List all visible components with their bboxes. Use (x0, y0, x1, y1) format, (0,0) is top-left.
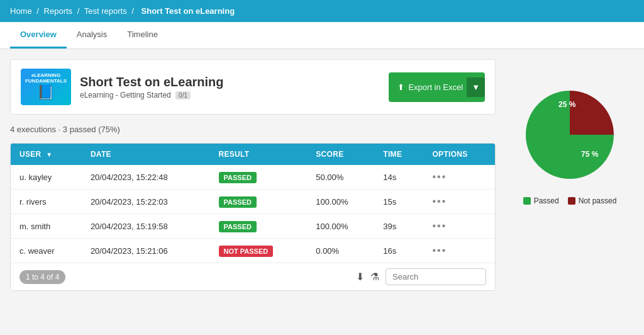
cell-result: PASSED (210, 190, 308, 214)
breadcrumb-current: Short Test on eLearning (142, 6, 235, 16)
filter-button[interactable]: ⚗ (370, 271, 379, 283)
cell-score: 50.00% (307, 165, 374, 190)
tab-bar: Overview Analysis Timeline (0, 22, 644, 49)
right-panel: 25 % 75 % Passed Not passed (496, 59, 634, 324)
cell-score: 100.00% (307, 214, 374, 239)
course-info: eLEARNINGFUNDAMENTALS 📘 Short Test on eL… (21, 69, 224, 105)
tab-timeline[interactable]: Timeline (117, 22, 168, 48)
pie-svg: 25 % 75 % (519, 84, 620, 185)
cell-time: 15s (374, 190, 423, 214)
cell-date: 20/04/2023, 15:19:58 (82, 214, 210, 239)
passed-label: Passed (534, 196, 559, 205)
course-details: Short Test on eLearning eLearning - Gett… (80, 75, 224, 99)
table-row: c. weaver 20/04/2023, 15:21:06 NOT PASSE… (11, 239, 495, 263)
breadcrumb: Home / Reports / Test reports / Short Te… (10, 6, 634, 16)
cell-score: 0.00% (307, 239, 374, 263)
cell-time: 14s (374, 165, 423, 190)
table-row: m. smith 20/04/2023, 15:19:58 PASSED 100… (11, 214, 495, 239)
main-content: eLEARNINGFUNDAMENTALS 📘 Short Test on eL… (0, 49, 644, 334)
legend-passed: Passed (523, 196, 559, 205)
cell-date: 20/04/2023, 15:22:48 (82, 165, 210, 190)
cell-time: 16s (374, 239, 423, 263)
col-user[interactable]: USER ▼ (11, 144, 82, 165)
not-passed-dot (568, 197, 575, 205)
pie-chart: 25 % 75 % (519, 84, 620, 185)
breadcrumb-reports[interactable]: Reports (44, 6, 73, 16)
export-dropdown-arrow[interactable]: ▼ (467, 77, 485, 97)
export-area: ⬆ Export in Excel ▼ (389, 72, 485, 102)
sort-icon: ▼ (46, 151, 52, 158)
options-menu[interactable]: ••• (432, 220, 447, 231)
export-icon: ⬆ (397, 82, 404, 92)
col-time: TIME (374, 144, 423, 165)
course-thumbnail: eLEARNINGFUNDAMENTALS 📘 (21, 69, 71, 105)
cell-options[interactable]: ••• (423, 214, 495, 239)
cell-user: m. smith (11, 214, 82, 239)
cell-user: r. rivers (11, 190, 82, 214)
result-badge-passed: PASSED (219, 172, 257, 183)
course-badge: 0/1 (175, 91, 191, 99)
table-row: u. kayley 20/04/2023, 15:22:48 PASSED 50… (11, 165, 495, 190)
passed-dot (523, 197, 531, 205)
result-badge-passed: PASSED (219, 196, 257, 208)
col-date: DATE (82, 144, 210, 165)
download-button[interactable]: ⬇ (356, 271, 364, 283)
left-panel: eLEARNINGFUNDAMENTALS 📘 Short Test on eL… (10, 59, 496, 324)
options-menu[interactable]: ••• (432, 196, 447, 207)
tab-overview[interactable]: Overview (10, 22, 67, 48)
header: Home / Reports / Test reports / Short Te… (0, 0, 644, 22)
pagination-badge: 1 to 4 of 4 (19, 270, 65, 284)
book-icon: 📘 (37, 84, 54, 101)
table-header-row: USER ▼ DATE RESULT SCORE TIME OPTIONS (11, 144, 495, 165)
not-passed-label: Not passed (579, 196, 617, 205)
chart-legend: Passed Not passed (523, 196, 617, 205)
cell-result: PASSED (210, 165, 308, 190)
cell-score: 100.00% (307, 190, 374, 214)
tab-analysis[interactable]: Analysis (67, 22, 117, 48)
breadcrumb-test-reports[interactable]: Test reports (84, 6, 127, 16)
col-score: SCORE (307, 144, 374, 165)
cell-options[interactable]: ••• (423, 190, 495, 214)
stats-line: 4 executions · 3 passed (75%) (10, 122, 496, 137)
result-badge-passed: PASSED (219, 221, 257, 232)
breadcrumb-home[interactable]: Home (10, 6, 32, 16)
svg-text:75 %: 75 % (581, 150, 599, 159)
cell-date: 20/04/2023, 15:21:06 (82, 239, 210, 263)
course-subtitle: eLearning - Getting Started 0/1 (80, 91, 224, 99)
col-options: OPTIONS (423, 144, 495, 165)
result-badge-not-passed: NOT PASSED (219, 246, 274, 257)
cell-options[interactable]: ••• (423, 165, 495, 190)
legend-not-passed: Not passed (568, 196, 617, 205)
cell-user: u. kayley (11, 165, 82, 190)
search-input[interactable] (386, 268, 486, 285)
table-row: r. rivers 20/04/2023, 15:22:03 PASSED 10… (11, 190, 495, 214)
export-button[interactable]: ⬆ Export in Excel ▼ (389, 72, 485, 102)
cell-user: c. weaver (11, 239, 82, 263)
course-card: eLEARNINGFUNDAMENTALS 📘 Short Test on eL… (10, 59, 496, 115)
results-table: USER ▼ DATE RESULT SCORE TIME OPTIONS u.… (11, 144, 495, 263)
options-menu[interactable]: ••• (432, 245, 447, 256)
cell-result: NOT PASSED (210, 239, 308, 263)
cell-result: PASSED (210, 214, 308, 239)
cell-options[interactable]: ••• (423, 239, 495, 263)
svg-text:25 %: 25 % (558, 100, 576, 109)
results-table-wrapper: USER ▼ DATE RESULT SCORE TIME OPTIONS u.… (10, 143, 496, 291)
footer-actions: ⬇ ⚗ (356, 268, 486, 285)
options-menu[interactable]: ••• (432, 171, 447, 182)
col-result: RESULT (210, 144, 308, 165)
not-passed-slice (570, 91, 614, 135)
cell-time: 39s (374, 214, 423, 239)
course-title: Short Test on eLearning (80, 75, 224, 89)
table-footer: 1 to 4 of 4 ⬇ ⚗ (11, 263, 495, 290)
cell-date: 20/04/2023, 15:22:03 (82, 190, 210, 214)
